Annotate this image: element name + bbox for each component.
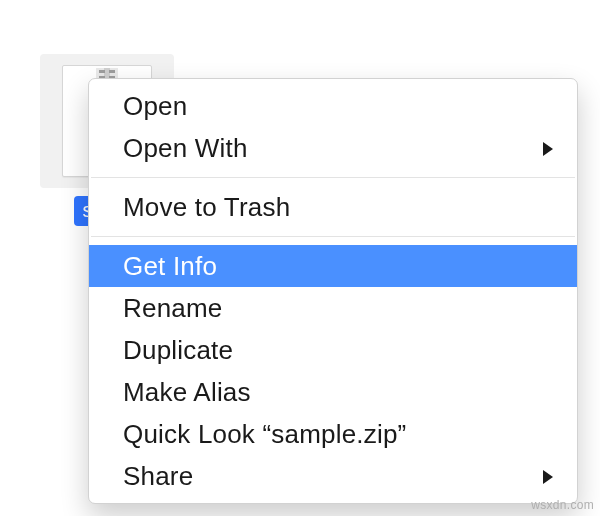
menu-item-duplicate[interactable]: Duplicate	[89, 329, 577, 371]
menu-item-open[interactable]: Open	[89, 85, 577, 127]
menu-item-move-to-trash[interactable]: Move to Trash	[89, 186, 577, 228]
menu-item-label: Share	[123, 461, 193, 491]
menu-item-label: Quick Look “sample.zip”	[123, 419, 406, 449]
svg-rect-3	[109, 70, 115, 73]
menu-separator	[91, 236, 575, 237]
menu-item-label: Rename	[123, 293, 222, 323]
menu-item-label: Open With	[123, 133, 248, 163]
menu-item-quick-look[interactable]: Quick Look “sample.zip”	[89, 413, 577, 455]
menu-item-label: Open	[123, 91, 187, 121]
menu-item-label: Move to Trash	[123, 192, 290, 222]
svg-rect-2	[99, 70, 105, 73]
menu-item-share[interactable]: Share	[89, 455, 577, 497]
menu-item-label: Make Alias	[123, 377, 251, 407]
menu-item-get-info[interactable]: Get Info	[89, 245, 577, 287]
menu-item-make-alias[interactable]: Make Alias	[89, 371, 577, 413]
submenu-arrow-icon	[541, 455, 555, 497]
menu-separator	[91, 177, 575, 178]
context-menu: Open Open With Move to Trash Get Info Re…	[88, 78, 578, 504]
menu-item-label: Duplicate	[123, 335, 233, 365]
watermark-text: wsxdn.com	[531, 498, 594, 512]
menu-item-label: Get Info	[123, 251, 217, 281]
submenu-arrow-icon	[541, 127, 555, 169]
menu-item-rename[interactable]: Rename	[89, 287, 577, 329]
menu-item-open-with[interactable]: Open With	[89, 127, 577, 169]
